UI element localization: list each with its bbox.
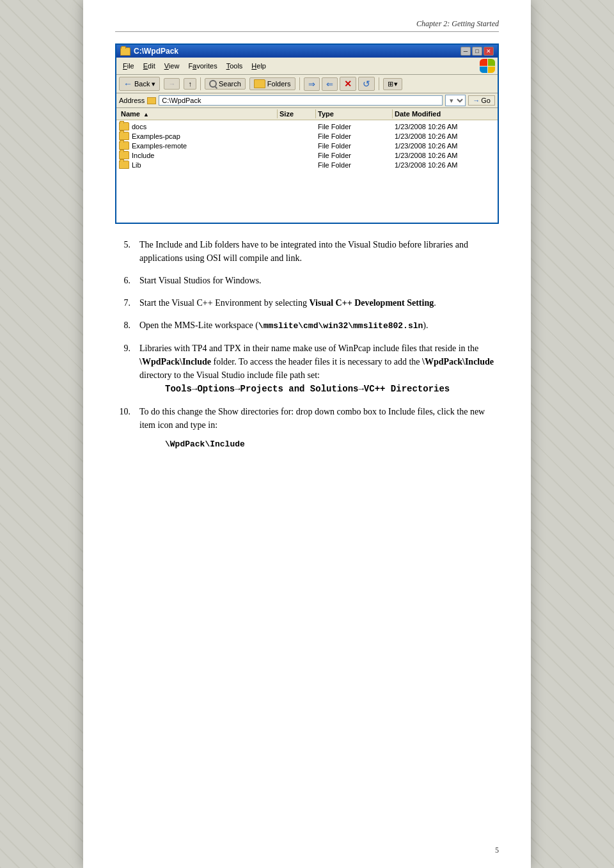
address-input[interactable] xyxy=(159,95,443,106)
file-row[interactable]: Include File Folder 1/23/2008 10:26 AM xyxy=(116,150,498,160)
file-date: 1/23/2008 10:26 AM xyxy=(393,142,495,150)
col-date-header[interactable]: Date Modified xyxy=(393,109,495,118)
address-bar: Address ▾ → Go xyxy=(116,93,498,108)
file-date: 1/23/2008 10:26 AM xyxy=(393,123,495,130)
file-row[interactable]: Lib File Folder 1/23/2008 10:26 AM xyxy=(116,160,498,170)
col-name-header[interactable]: Name ▲ xyxy=(119,109,278,118)
explorer-menubar: File Edit View Favorites Tools Help xyxy=(116,58,498,75)
xp-logo-q3 xyxy=(480,67,487,74)
move-right-icon: ⇒ xyxy=(308,79,315,89)
file-row[interactable]: Examples-pcap File Folder 1/23/2008 10:2… xyxy=(116,131,498,141)
back-arrow-icon: ← xyxy=(123,79,132,89)
item-text-7: Start the Visual C++ Environment by sele… xyxy=(139,296,499,310)
move-right-button[interactable]: ⇒ xyxy=(304,77,320,91)
go-button[interactable]: → Go xyxy=(468,95,495,106)
list-item-5: 5. The Include and Lib folders have to b… xyxy=(115,238,499,265)
item-text-9: Libraries with TP4 and TPX in their name… xyxy=(139,342,499,396)
list-item-8: 8. Open the MMS-Lite workspace (\mmslite… xyxy=(115,319,499,333)
explorer-titlebar: C:\WpdPack ─ □ ✕ xyxy=(116,45,498,58)
include-path-code: \WpdPack\Include xyxy=(165,438,499,451)
content-list: 5. The Include and Lib folders have to b… xyxy=(115,238,499,457)
list-item-6: 6. Start Visual Studios for Windows. xyxy=(115,274,499,287)
back-button[interactable]: ← Back ▾ xyxy=(119,77,160,91)
code-path-8: \mmslite\cmd\win32\mmslite802.sln xyxy=(258,321,423,331)
folders-icon xyxy=(254,79,265,88)
address-dropdown[interactable]: ▾ xyxy=(445,95,466,106)
folder-icon xyxy=(119,141,129,150)
item-number-9: 9. xyxy=(115,342,130,396)
file-list-header: Name ▲ Size Type Date Modified xyxy=(116,108,498,120)
page-number: 5 xyxy=(495,846,499,855)
item-number-8: 8. xyxy=(115,319,130,333)
bold-include-2: \WpdPack\Include xyxy=(422,357,494,367)
file-type: File Folder xyxy=(316,123,393,130)
close-button[interactable]: ✕ xyxy=(484,47,494,56)
col-type-header[interactable]: Type xyxy=(316,109,393,118)
bold-include-1: \WpdPack\Include xyxy=(139,357,211,367)
toolbar-separator-2 xyxy=(299,77,300,90)
menu-tools[interactable]: Tools xyxy=(223,61,247,70)
list-item-7: 7. Start the Visual C++ Environment by s… xyxy=(115,296,499,310)
up-arrow-icon: ↑ xyxy=(188,80,192,88)
action-icons: ⇒ ⇐ ✕ ↺ xyxy=(304,77,375,91)
list-item-10: 10. To do this change the Show directori… xyxy=(115,405,499,457)
explorer-title-group: C:\WpdPack xyxy=(120,47,178,56)
file-name-examples-remote: Examples-remote xyxy=(119,141,278,150)
file-row[interactable]: docs File Folder 1/23/2008 10:26 AM xyxy=(116,122,498,131)
back-label: Back xyxy=(134,80,150,88)
item-number-6: 6. xyxy=(115,274,130,287)
undo-button[interactable]: ↺ xyxy=(358,77,375,91)
sort-arrow-icon: ▲ xyxy=(143,111,149,118)
views-icon: ⊞ xyxy=(388,80,393,88)
folder-icon xyxy=(119,161,129,169)
item-number-5: 5. xyxy=(115,238,130,265)
item-number-10: 10. xyxy=(115,405,130,457)
forward-arrow-icon: → xyxy=(168,80,175,88)
file-name-docs: docs xyxy=(119,122,278,130)
go-label: Go xyxy=(481,97,491,104)
folders-button[interactable]: Folders xyxy=(249,77,295,90)
move-left-button[interactable]: ⇐ xyxy=(322,77,338,91)
search-button[interactable]: Search xyxy=(205,78,246,90)
xp-logo-q4 xyxy=(488,67,496,74)
file-name-include: Include xyxy=(119,151,278,159)
folder-icon xyxy=(119,151,129,159)
explorer-toolbar: ← Back ▾ → ↑ Search Folders ⇒ xyxy=(116,75,498,93)
file-list-body: docs File Folder 1/23/2008 10:26 AM Exam… xyxy=(116,120,498,223)
file-date: 1/23/2008 10:26 AM xyxy=(393,132,495,140)
file-name-text: Examples-pcap xyxy=(132,132,180,140)
up-button[interactable]: ↑ xyxy=(184,78,196,90)
file-name-text: Lib xyxy=(132,161,141,169)
explorer-window: C:\WpdPack ─ □ ✕ File Edit View Favorite… xyxy=(115,43,499,224)
file-type: File Folder xyxy=(316,142,393,150)
views-button[interactable]: ⊞ ▾ xyxy=(383,78,402,90)
menu-file[interactable]: File xyxy=(119,61,138,70)
undo-icon: ↺ xyxy=(363,79,370,89)
file-date: 1/23/2008 10:26 AM xyxy=(393,161,495,169)
file-name-text: docs xyxy=(132,123,146,130)
minimize-button[interactable]: ─ xyxy=(460,47,471,56)
move-left-icon: ⇐ xyxy=(326,79,333,89)
menu-favorites[interactable]: Favorites xyxy=(184,61,221,70)
col-size-header[interactable]: Size xyxy=(278,109,316,118)
delete-button[interactable]: ✕ xyxy=(340,77,356,91)
menu-help[interactable]: Help xyxy=(248,61,270,70)
file-type: File Folder xyxy=(316,132,393,140)
file-name-lib: Lib xyxy=(119,161,278,169)
chapter-header: Chapter 2: Getting Started xyxy=(115,19,499,32)
xp-logo-q1 xyxy=(480,59,487,66)
file-row[interactable]: Examples-remote File Folder 1/23/2008 10… xyxy=(116,141,498,150)
menu-items: File Edit View Favorites Tools Help xyxy=(119,61,270,70)
menu-edit[interactable]: Edit xyxy=(139,61,159,70)
views-dropdown-icon: ▾ xyxy=(394,80,398,88)
page: Chapter 2: Getting Started C:\WpdPack ─ … xyxy=(83,0,531,868)
xp-logo-q2 xyxy=(488,59,496,66)
title-folder-icon xyxy=(120,47,130,56)
forward-button[interactable]: → xyxy=(164,78,180,90)
xp-logo xyxy=(480,59,495,73)
toolbar-separator-3 xyxy=(379,77,379,90)
maximize-button[interactable]: □ xyxy=(472,47,482,56)
list-item-9: 9. Libraries with TP4 and TPX in their n… xyxy=(115,342,499,396)
menu-view[interactable]: View xyxy=(161,61,184,70)
folder-icon xyxy=(119,132,129,140)
